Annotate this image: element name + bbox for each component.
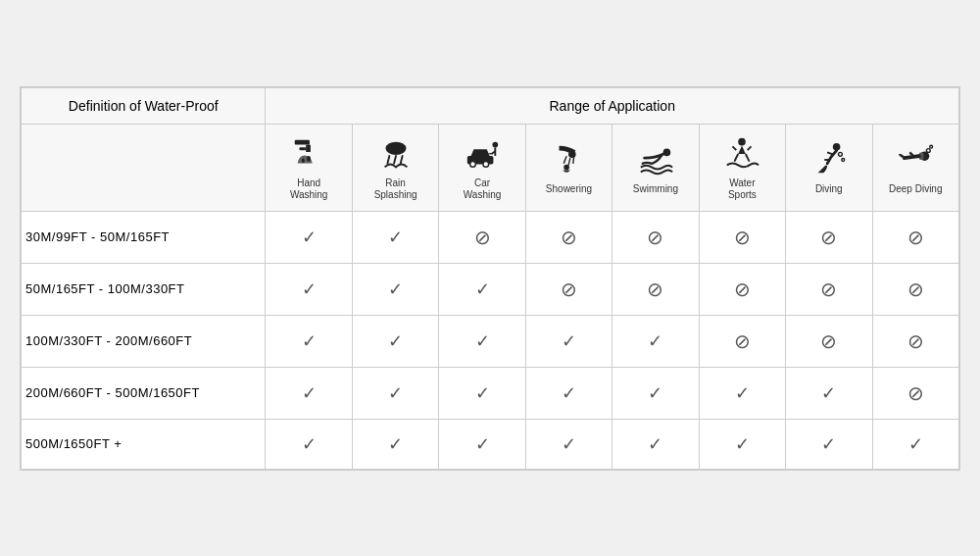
value-cell: ✓ bbox=[612, 367, 699, 419]
check-icon: ✓ bbox=[735, 383, 750, 403]
hand-washing-svg bbox=[290, 135, 327, 173]
no-icon: ⊘ bbox=[907, 382, 924, 404]
showering-svg bbox=[550, 141, 587, 178]
value-cell: ⊘ bbox=[525, 263, 612, 315]
hand-washing-label: HandWashing bbox=[290, 177, 328, 201]
check-icon: ✓ bbox=[302, 227, 317, 247]
value-cell: ✓ bbox=[352, 367, 438, 419]
value-cell: ✓ bbox=[352, 211, 438, 263]
table-row: 200M/660FT - 500M/1650FT✓✓✓✓✓✓✓⊘ bbox=[22, 367, 959, 419]
table-row: 50M/165FT - 100M/330FT✓✓✓⊘⊘⊘⊘⊘ bbox=[22, 263, 959, 315]
svg-point-33 bbox=[927, 148, 931, 152]
water-sports-icon bbox=[722, 134, 761, 174]
col-header-water-sports: WaterSports bbox=[699, 124, 785, 211]
no-icon: ⊘ bbox=[734, 330, 751, 352]
value-cell: ⊘ bbox=[699, 315, 785, 367]
no-icon: ⊘ bbox=[734, 227, 751, 248]
rain-splashing-svg bbox=[377, 135, 415, 173]
svg-point-10 bbox=[470, 161, 476, 167]
check-icon: ✓ bbox=[475, 279, 490, 299]
value-cell: ✓ bbox=[525, 419, 612, 469]
value-cell: ✓ bbox=[352, 263, 438, 315]
value-cell: ⊘ bbox=[786, 315, 872, 367]
no-icon: ⊘ bbox=[647, 227, 663, 248]
value-cell: ⊘ bbox=[525, 211, 612, 263]
svg-line-7 bbox=[394, 155, 396, 163]
svg-rect-1 bbox=[306, 144, 311, 152]
car-washing-icon bbox=[463, 134, 502, 174]
table-body: 30M/99FT - 50M/165FT✓✓⊘⊘⊘⊘⊘⊘50M/165FT - … bbox=[22, 211, 959, 469]
hand-washing-icon bbox=[289, 134, 328, 174]
section-header-row: Definition of Water-Proof Range of Appli… bbox=[22, 87, 959, 124]
no-icon: ⊘ bbox=[474, 227, 491, 248]
value-cell: ✓ bbox=[266, 419, 352, 469]
check-icon: ✓ bbox=[648, 331, 662, 351]
check-icon: ✓ bbox=[388, 434, 403, 454]
check-icon: ✓ bbox=[302, 383, 317, 403]
car-washing-svg bbox=[464, 135, 501, 173]
value-cell: ⊘ bbox=[612, 211, 699, 263]
svg-point-15 bbox=[568, 150, 576, 158]
range-cell: 50M/165FT - 100M/330FT bbox=[22, 263, 266, 315]
col-header-rain-splashing: RainSplashing bbox=[352, 124, 438, 211]
range-cell: 100M/330FT - 200M/660FT bbox=[22, 315, 266, 367]
svg-line-23 bbox=[748, 146, 752, 150]
value-cell: ⊘ bbox=[872, 263, 958, 315]
check-icon: ✓ bbox=[735, 434, 750, 454]
svg-point-30 bbox=[842, 158, 845, 161]
col-header-car-washing: CarWashing bbox=[439, 124, 525, 211]
value-cell: ⊘ bbox=[699, 263, 785, 315]
col-header-swimming: Swimming bbox=[612, 124, 699, 211]
deep-diving-icon bbox=[896, 140, 935, 179]
value-cell: ⊘ bbox=[439, 211, 525, 263]
value-cell: ✓ bbox=[352, 419, 438, 469]
no-icon: ⊘ bbox=[820, 278, 837, 300]
showering-icon bbox=[549, 140, 588, 179]
value-cell: ✓ bbox=[352, 315, 438, 367]
no-icon: ⊘ bbox=[820, 330, 837, 352]
value-cell: ✓ bbox=[439, 263, 525, 315]
icon-header-row: HandWashing bbox=[22, 124, 959, 211]
check-icon: ✓ bbox=[388, 331, 403, 351]
svg-line-18 bbox=[573, 156, 574, 164]
table-row: 30M/99FT - 50M/165FT✓✓⊘⊘⊘⊘⊘⊘ bbox=[22, 211, 959, 263]
svg-line-8 bbox=[400, 155, 402, 163]
empty-header-cell bbox=[22, 124, 266, 211]
value-cell: ✓ bbox=[439, 419, 525, 469]
svg-point-21 bbox=[739, 137, 747, 145]
svg-line-27 bbox=[827, 152, 833, 154]
check-icon: ✓ bbox=[475, 434, 490, 454]
value-cell: ✓ bbox=[699, 367, 785, 419]
col-header-deep-diving: Deep Diving bbox=[872, 124, 958, 211]
check-icon: ✓ bbox=[821, 383, 836, 403]
value-cell: ⊘ bbox=[872, 367, 958, 419]
svg-point-5 bbox=[385, 141, 406, 154]
value-cell: ✓ bbox=[439, 315, 525, 367]
svg-line-25 bbox=[746, 154, 750, 162]
water-sports-svg bbox=[723, 135, 760, 173]
svg-point-11 bbox=[483, 161, 489, 167]
diving-label: Diving bbox=[815, 183, 843, 195]
no-icon: ⊘ bbox=[907, 227, 924, 248]
check-icon: ✓ bbox=[302, 434, 317, 454]
water-sports-label: WaterSports bbox=[728, 177, 757, 201]
svg-point-29 bbox=[838, 152, 842, 156]
svg-line-17 bbox=[568, 158, 570, 166]
definition-header: Definition of Water-Proof bbox=[22, 87, 266, 124]
car-washing-label: CarWashing bbox=[464, 177, 502, 201]
diving-icon bbox=[809, 140, 849, 179]
svg-point-19 bbox=[564, 164, 570, 170]
rain-splashing-icon bbox=[376, 134, 416, 174]
value-cell: ⊘ bbox=[612, 263, 699, 315]
check-icon: ✓ bbox=[388, 383, 403, 403]
swimming-svg bbox=[637, 141, 674, 178]
main-table-wrapper: Definition of Water-Proof Range of Appli… bbox=[20, 86, 960, 471]
check-icon: ✓ bbox=[475, 331, 490, 351]
svg-rect-2 bbox=[300, 147, 307, 150]
check-icon: ✓ bbox=[562, 331, 576, 351]
value-cell: ✓ bbox=[266, 367, 352, 419]
no-icon: ⊘ bbox=[647, 278, 663, 300]
svg-point-34 bbox=[930, 145, 933, 148]
value-cell: ⊘ bbox=[786, 263, 872, 315]
check-icon: ✓ bbox=[648, 434, 662, 454]
